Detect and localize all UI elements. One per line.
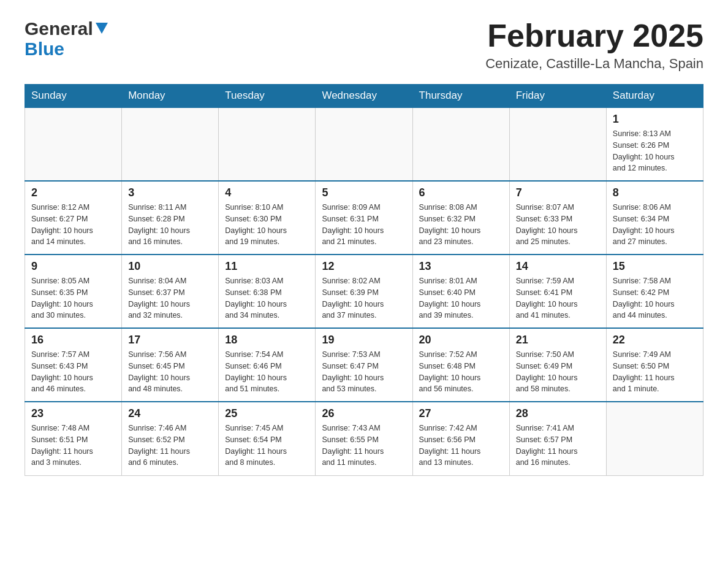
day-info: Sunrise: 8:02 AMSunset: 6:39 PMDaylight:…	[322, 275, 406, 321]
day-info: Sunrise: 7:43 AMSunset: 6:55 PMDaylight:…	[322, 423, 406, 469]
header: General Blue February 2025 Cenizate, Cas…	[25, 18, 703, 72]
table-row	[122, 107, 219, 181]
calendar-week-row: 23Sunrise: 7:48 AMSunset: 6:51 PMDayligh…	[25, 402, 703, 475]
table-row: 14Sunrise: 7:59 AMSunset: 6:41 PMDayligh…	[509, 255, 606, 328]
day-info: Sunrise: 7:45 AMSunset: 6:54 PMDaylight:…	[225, 423, 309, 469]
day-info: Sunrise: 8:07 AMSunset: 6:33 PMDaylight:…	[516, 202, 600, 248]
day-info: Sunrise: 8:12 AMSunset: 6:27 PMDaylight:…	[31, 202, 115, 248]
table-row: 1Sunrise: 8:13 AMSunset: 6:26 PMDaylight…	[606, 107, 703, 181]
table-row: 8Sunrise: 8:06 AMSunset: 6:34 PMDaylight…	[606, 181, 703, 255]
logo-general-text: General	[25, 18, 93, 39]
day-number: 6	[419, 186, 503, 199]
day-info: Sunrise: 7:54 AMSunset: 6:46 PMDaylight:…	[225, 349, 309, 395]
table-row: 27Sunrise: 7:42 AMSunset: 6:56 PMDayligh…	[412, 402, 509, 475]
table-row	[606, 402, 703, 475]
day-number: 22	[613, 334, 697, 347]
table-row: 24Sunrise: 7:46 AMSunset: 6:52 PMDayligh…	[122, 402, 219, 475]
day-number: 7	[516, 186, 600, 199]
day-number: 25	[225, 407, 309, 420]
day-info: Sunrise: 8:01 AMSunset: 6:40 PMDaylight:…	[419, 275, 503, 321]
calendar-table: Sunday Monday Tuesday Wednesday Thursday…	[25, 84, 703, 476]
table-row: 17Sunrise: 7:56 AMSunset: 6:45 PMDayligh…	[122, 328, 219, 402]
day-info: Sunrise: 8:08 AMSunset: 6:32 PMDaylight:…	[419, 202, 503, 248]
day-info: Sunrise: 7:46 AMSunset: 6:52 PMDaylight:…	[128, 423, 212, 469]
logo-triangle-icon	[96, 23, 108, 37]
day-number: 3	[128, 186, 212, 199]
day-number: 1	[613, 113, 697, 126]
day-info: Sunrise: 8:11 AMSunset: 6:28 PMDaylight:…	[128, 202, 212, 248]
day-info: Sunrise: 7:57 AMSunset: 6:43 PMDaylight:…	[31, 349, 115, 395]
table-row	[219, 107, 316, 181]
day-number: 4	[225, 186, 309, 199]
day-info: Sunrise: 8:03 AMSunset: 6:38 PMDaylight:…	[225, 275, 309, 321]
table-row: 19Sunrise: 7:53 AMSunset: 6:47 PMDayligh…	[316, 328, 412, 402]
day-number: 18	[225, 334, 309, 347]
day-number: 17	[128, 334, 212, 347]
day-info: Sunrise: 7:53 AMSunset: 6:47 PMDaylight:…	[322, 349, 406, 395]
table-row	[412, 107, 509, 181]
table-row: 23Sunrise: 7:48 AMSunset: 6:51 PMDayligh…	[25, 402, 122, 475]
day-number: 8	[613, 186, 697, 199]
table-row: 3Sunrise: 8:11 AMSunset: 6:28 PMDaylight…	[122, 181, 219, 255]
header-friday: Friday	[509, 85, 606, 108]
day-number: 10	[128, 260, 212, 273]
day-info: Sunrise: 8:09 AMSunset: 6:31 PMDaylight:…	[322, 202, 406, 248]
day-info: Sunrise: 8:13 AMSunset: 6:26 PMDaylight:…	[613, 128, 697, 174]
day-number: 26	[322, 407, 406, 420]
table-row: 5Sunrise: 8:09 AMSunset: 6:31 PMDaylight…	[316, 181, 412, 255]
calendar-week-row: 16Sunrise: 7:57 AMSunset: 6:43 PMDayligh…	[25, 328, 703, 402]
day-info: Sunrise: 7:48 AMSunset: 6:51 PMDaylight:…	[31, 423, 115, 469]
table-row: 15Sunrise: 7:58 AMSunset: 6:42 PMDayligh…	[606, 255, 703, 328]
header-tuesday: Tuesday	[219, 85, 316, 108]
day-info: Sunrise: 7:59 AMSunset: 6:41 PMDaylight:…	[516, 275, 600, 321]
table-row: 6Sunrise: 8:08 AMSunset: 6:32 PMDaylight…	[412, 181, 509, 255]
day-number: 21	[516, 334, 600, 347]
table-row: 13Sunrise: 8:01 AMSunset: 6:40 PMDayligh…	[412, 255, 509, 328]
day-info: Sunrise: 7:42 AMSunset: 6:56 PMDaylight:…	[419, 423, 503, 469]
calendar-week-row: 2Sunrise: 8:12 AMSunset: 6:27 PMDaylight…	[25, 181, 703, 255]
day-info: Sunrise: 7:41 AMSunset: 6:57 PMDaylight:…	[516, 423, 600, 469]
day-number: 16	[31, 334, 115, 347]
day-number: 2	[31, 186, 115, 199]
day-number: 28	[516, 407, 600, 420]
day-number: 23	[31, 407, 115, 420]
day-number: 20	[419, 334, 503, 347]
location-subtitle: Cenizate, Castille-La Mancha, Spain	[485, 56, 703, 72]
logo: General Blue	[25, 18, 108, 59]
day-number: 15	[613, 260, 697, 273]
table-row: 20Sunrise: 7:52 AMSunset: 6:48 PMDayligh…	[412, 328, 509, 402]
day-number: 12	[322, 260, 406, 273]
table-row: 11Sunrise: 8:03 AMSunset: 6:38 PMDayligh…	[219, 255, 316, 328]
logo-blue-text: Blue	[25, 39, 64, 59]
table-row: 16Sunrise: 7:57 AMSunset: 6:43 PMDayligh…	[25, 328, 122, 402]
table-row: 4Sunrise: 8:10 AMSunset: 6:30 PMDaylight…	[219, 181, 316, 255]
day-number: 19	[322, 334, 406, 347]
header-sunday: Sunday	[25, 85, 122, 108]
table-row: 28Sunrise: 7:41 AMSunset: 6:57 PMDayligh…	[509, 402, 606, 475]
table-row	[316, 107, 412, 181]
day-info: Sunrise: 7:50 AMSunset: 6:49 PMDaylight:…	[516, 349, 600, 395]
day-info: Sunrise: 7:49 AMSunset: 6:50 PMDaylight:…	[613, 349, 697, 395]
day-info: Sunrise: 8:05 AMSunset: 6:35 PMDaylight:…	[31, 275, 115, 321]
day-number: 5	[322, 186, 406, 199]
day-number: 9	[31, 260, 115, 273]
day-number: 24	[128, 407, 212, 420]
table-row: 10Sunrise: 8:04 AMSunset: 6:37 PMDayligh…	[122, 255, 219, 328]
table-row: 18Sunrise: 7:54 AMSunset: 6:46 PMDayligh…	[219, 328, 316, 402]
day-number: 14	[516, 260, 600, 273]
day-info: Sunrise: 7:52 AMSunset: 6:48 PMDaylight:…	[419, 349, 503, 395]
table-row: 7Sunrise: 8:07 AMSunset: 6:33 PMDaylight…	[509, 181, 606, 255]
table-row: 9Sunrise: 8:05 AMSunset: 6:35 PMDaylight…	[25, 255, 122, 328]
header-saturday: Saturday	[606, 85, 703, 108]
day-number: 13	[419, 260, 503, 273]
table-row: 2Sunrise: 8:12 AMSunset: 6:27 PMDaylight…	[25, 181, 122, 255]
table-row	[509, 107, 606, 181]
day-number: 11	[225, 260, 309, 273]
table-row: 12Sunrise: 8:02 AMSunset: 6:39 PMDayligh…	[316, 255, 412, 328]
table-row: 25Sunrise: 7:45 AMSunset: 6:54 PMDayligh…	[219, 402, 316, 475]
weekday-header-row: Sunday Monday Tuesday Wednesday Thursday…	[25, 85, 703, 108]
calendar-week-row: 1Sunrise: 8:13 AMSunset: 6:26 PMDaylight…	[25, 107, 703, 181]
month-title: February 2025	[485, 18, 703, 53]
day-info: Sunrise: 8:06 AMSunset: 6:34 PMDaylight:…	[613, 202, 697, 248]
calendar-week-row: 9Sunrise: 8:05 AMSunset: 6:35 PMDaylight…	[25, 255, 703, 328]
